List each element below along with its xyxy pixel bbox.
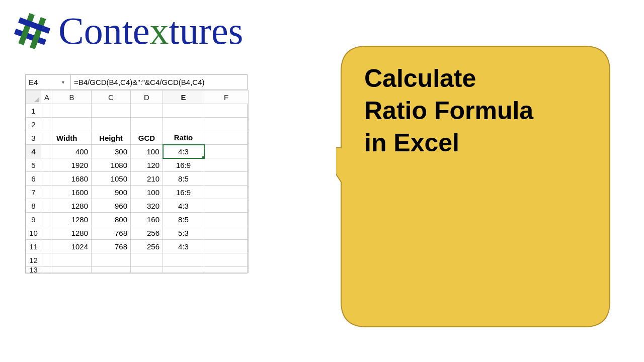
- cell-A[interactable]: [41, 226, 52, 240]
- cell-C[interactable]: [92, 253, 131, 267]
- cell-C[interactable]: 768: [92, 226, 131, 240]
- cell-D[interactable]: 320: [131, 199, 163, 213]
- cell-A[interactable]: [41, 131, 52, 145]
- cell-B[interactable]: 1600: [52, 186, 92, 199]
- row-header[interactable]: 10: [26, 226, 41, 240]
- cell-A[interactable]: [41, 240, 52, 253]
- cell-E[interactable]: 8:5: [163, 172, 204, 186]
- col-F[interactable]: F: [204, 90, 249, 104]
- cell-B[interactable]: 1920: [52, 158, 92, 172]
- row-header[interactable]: 2: [26, 118, 41, 131]
- row-header[interactable]: 5: [26, 158, 41, 172]
- cell-D[interactable]: [131, 253, 163, 267]
- cell-A[interactable]: [41, 158, 52, 172]
- cell-A[interactable]: [41, 213, 52, 226]
- cell-A[interactable]: [41, 267, 52, 273]
- cell-A[interactable]: [41, 253, 52, 267]
- formula-input[interactable]: =B4/GCD(B4,C4)&":"&C4/GCD(B4,C4): [71, 75, 247, 89]
- cell-F[interactable]: [204, 131, 249, 145]
- cell-F[interactable]: [204, 267, 249, 273]
- row-header[interactable]: 6: [26, 172, 41, 186]
- cell-C[interactable]: 300: [92, 145, 131, 158]
- cell-B[interactable]: [52, 104, 92, 118]
- cell-C[interactable]: Height: [92, 131, 131, 145]
- cell-A[interactable]: [41, 145, 52, 158]
- cell-F[interactable]: [204, 186, 249, 199]
- col-D[interactable]: D: [131, 90, 163, 104]
- cell-A[interactable]: [41, 172, 52, 186]
- cell-D[interactable]: 210: [131, 172, 163, 186]
- col-B[interactable]: B: [52, 90, 92, 104]
- row-header[interactable]: 3: [26, 131, 41, 145]
- col-E[interactable]: E: [163, 90, 204, 104]
- cell-E[interactable]: Ratio: [163, 131, 204, 145]
- cell-A[interactable]: [41, 186, 52, 199]
- col-A[interactable]: A: [41, 90, 52, 104]
- cell-B[interactable]: 1680: [52, 172, 92, 186]
- cell-E[interactable]: 16:9: [163, 158, 204, 172]
- cell-E[interactable]: 4:3: [163, 199, 204, 213]
- select-all-corner[interactable]: [26, 90, 41, 104]
- cell-E[interactable]: 16:9: [163, 186, 204, 199]
- cell-F[interactable]: [204, 253, 249, 267]
- cell-C[interactable]: [92, 118, 131, 131]
- cell-E[interactable]: [163, 253, 204, 267]
- cell-E[interactable]: 8:5: [163, 213, 204, 226]
- cell-B[interactable]: 400: [52, 145, 92, 158]
- cell-E[interactable]: [163, 267, 204, 273]
- cell-F[interactable]: [204, 213, 249, 226]
- name-box-dropdown-icon[interactable]: ▼: [61, 80, 65, 85]
- cell-E[interactable]: 4:3: [163, 240, 204, 253]
- col-C[interactable]: C: [92, 90, 131, 104]
- cell-A[interactable]: [41, 118, 52, 131]
- cell-D[interactable]: 100: [131, 145, 163, 158]
- cell-D[interactable]: GCD: [131, 131, 163, 145]
- cell-D[interactable]: [131, 118, 163, 131]
- row-header[interactable]: 7: [26, 186, 41, 199]
- cell-A[interactable]: [41, 199, 52, 213]
- cell-B[interactable]: 1280: [52, 199, 92, 213]
- cell-D[interactable]: 120: [131, 158, 163, 172]
- cell-C[interactable]: 768: [92, 240, 131, 253]
- row-header[interactable]: 9: [26, 213, 41, 226]
- cell-E[interactable]: [163, 118, 204, 131]
- cell-F[interactable]: [204, 172, 249, 186]
- cell-B[interactable]: 1280: [52, 213, 92, 226]
- cell-D[interactable]: 100: [131, 186, 163, 199]
- cell-D[interactable]: [131, 267, 163, 273]
- cell-F[interactable]: [204, 104, 249, 118]
- cell-D[interactable]: [131, 104, 163, 118]
- cell-E[interactable]: 5:3: [163, 226, 204, 240]
- cell-E[interactable]: [163, 104, 204, 118]
- cell-C[interactable]: 800: [92, 213, 131, 226]
- cell-B[interactable]: [52, 118, 92, 131]
- cell-B[interactable]: 1280: [52, 226, 92, 240]
- cell-F[interactable]: [204, 240, 249, 253]
- row-header[interactable]: 11: [26, 240, 41, 253]
- cell-B[interactable]: [52, 267, 92, 273]
- spreadsheet-grid[interactable]: A B C D E F 123WidthHeightGCDRatio440030…: [26, 90, 249, 273]
- cell-F[interactable]: [204, 226, 249, 240]
- cell-A[interactable]: [41, 104, 52, 118]
- cell-F[interactable]: [204, 118, 249, 131]
- row-header[interactable]: 1: [26, 104, 41, 118]
- row-header[interactable]: 4: [26, 145, 41, 158]
- cell-E[interactable]: 4:3: [163, 145, 204, 158]
- cell-C[interactable]: [92, 104, 131, 118]
- cell-D[interactable]: 256: [131, 240, 163, 253]
- cell-D[interactable]: 256: [131, 226, 163, 240]
- cell-C[interactable]: 1050: [92, 172, 131, 186]
- row-header[interactable]: 8: [26, 199, 41, 213]
- row-header[interactable]: 12: [26, 253, 41, 267]
- name-box[interactable]: E4 ▼: [26, 75, 71, 89]
- cell-B[interactable]: 1024: [52, 240, 92, 253]
- cell-B[interactable]: Width: [52, 131, 92, 145]
- cell-C[interactable]: [92, 267, 131, 273]
- cell-D[interactable]: 160: [131, 213, 163, 226]
- cell-C[interactable]: 1080: [92, 158, 131, 172]
- cell-F[interactable]: [204, 158, 249, 172]
- cell-F[interactable]: [204, 199, 249, 213]
- row-header[interactable]: 13: [26, 267, 41, 273]
- cell-C[interactable]: 900: [92, 186, 131, 199]
- cell-C[interactable]: 960: [92, 199, 131, 213]
